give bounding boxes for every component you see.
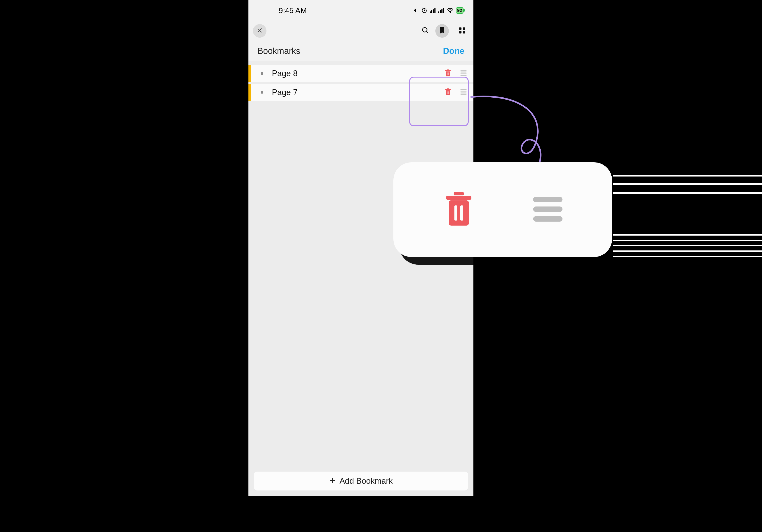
drag-handle[interactable] bbox=[460, 70, 467, 77]
svg-rect-38 bbox=[533, 216, 563, 222]
svg-rect-17 bbox=[447, 69, 449, 70]
svg-rect-34 bbox=[454, 205, 457, 220]
bookmark-row[interactable]: Page 8 bbox=[249, 65, 474, 82]
svg-rect-14 bbox=[463, 31, 465, 34]
grid-view-button[interactable] bbox=[455, 24, 469, 38]
mute-icon bbox=[413, 7, 419, 13]
delete-bookmark-button[interactable] bbox=[445, 69, 451, 78]
section-title: Bookmarks bbox=[258, 46, 300, 56]
add-bookmark-label: Add Bookmark bbox=[340, 476, 393, 486]
svg-rect-5 bbox=[438, 12, 439, 13]
add-bookmark-button[interactable]: Add Bookmark bbox=[254, 472, 468, 491]
bullet-icon bbox=[261, 91, 263, 94]
svg-rect-21 bbox=[460, 73, 467, 74]
svg-rect-26 bbox=[447, 92, 447, 94]
bookmark-label: Page 8 bbox=[272, 69, 445, 78]
svg-rect-18 bbox=[447, 73, 447, 75]
close-button[interactable] bbox=[253, 24, 267, 38]
annotation-callout bbox=[393, 162, 612, 257]
bookmark-row[interactable]: Page 7 bbox=[249, 84, 474, 101]
svg-rect-32 bbox=[446, 196, 471, 200]
svg-rect-31 bbox=[449, 200, 469, 226]
svg-rect-7 bbox=[441, 9, 442, 13]
svg-rect-4 bbox=[434, 8, 435, 13]
svg-point-9 bbox=[450, 12, 451, 13]
wifi-icon bbox=[447, 8, 454, 13]
svg-rect-35 bbox=[460, 205, 463, 220]
bookmark-label: Page 7 bbox=[272, 88, 445, 97]
toolbar bbox=[249, 21, 474, 41]
decorative-lines bbox=[613, 175, 762, 261]
svg-rect-20 bbox=[460, 70, 467, 71]
status-icons: 92 bbox=[413, 7, 464, 14]
svg-rect-16 bbox=[445, 70, 451, 71]
svg-rect-8 bbox=[443, 8, 444, 13]
grid-icon bbox=[459, 27, 466, 35]
battery-level: 92 bbox=[457, 8, 462, 13]
bookmark-list: Page 8 Page 7 bbox=[249, 61, 474, 466]
status-time: 9:45 AM bbox=[279, 6, 307, 15]
bullet-icon bbox=[261, 72, 263, 75]
svg-rect-2 bbox=[431, 10, 432, 13]
svg-rect-29 bbox=[460, 92, 467, 93]
delete-bookmark-button[interactable] bbox=[445, 88, 451, 97]
done-button[interactable]: Done bbox=[443, 46, 464, 56]
signal-icon-2 bbox=[438, 8, 445, 13]
plus-icon bbox=[329, 477, 336, 485]
svg-rect-11 bbox=[459, 28, 462, 30]
svg-rect-27 bbox=[448, 92, 449, 94]
svg-rect-19 bbox=[448, 73, 449, 75]
battery-icon: 92 bbox=[456, 7, 464, 14]
toolbar-divider bbox=[452, 26, 452, 36]
svg-rect-15 bbox=[446, 71, 450, 76]
svg-rect-33 bbox=[454, 192, 464, 195]
status-bar: 9:45 AM 92 bbox=[249, 0, 474, 21]
svg-rect-12 bbox=[463, 28, 465, 30]
drag-handle[interactable] bbox=[460, 89, 467, 96]
svg-rect-25 bbox=[447, 88, 449, 89]
footer: Add Bookmark bbox=[249, 466, 474, 496]
section-header: Bookmarks Done bbox=[249, 41, 474, 61]
close-icon bbox=[257, 28, 263, 34]
bookmark-toggle-button[interactable] bbox=[435, 24, 449, 38]
svg-rect-24 bbox=[445, 89, 451, 90]
svg-rect-22 bbox=[460, 75, 467, 76]
trash-icon bbox=[443, 190, 475, 229]
row-actions bbox=[445, 69, 467, 78]
bookmark-icon bbox=[439, 27, 445, 35]
svg-rect-36 bbox=[533, 197, 563, 202]
search-button[interactable] bbox=[419, 24, 432, 38]
svg-rect-23 bbox=[446, 90, 450, 95]
signal-icon bbox=[430, 8, 436, 13]
svg-rect-3 bbox=[433, 9, 434, 13]
row-actions bbox=[445, 88, 467, 97]
svg-rect-1 bbox=[430, 12, 431, 13]
svg-rect-30 bbox=[460, 94, 467, 95]
svg-rect-37 bbox=[533, 206, 563, 212]
search-icon bbox=[421, 27, 429, 35]
drag-handle-icon bbox=[533, 197, 563, 222]
svg-rect-28 bbox=[460, 89, 467, 90]
alarm-icon bbox=[421, 7, 427, 14]
svg-rect-13 bbox=[459, 31, 462, 34]
svg-rect-6 bbox=[440, 10, 441, 13]
